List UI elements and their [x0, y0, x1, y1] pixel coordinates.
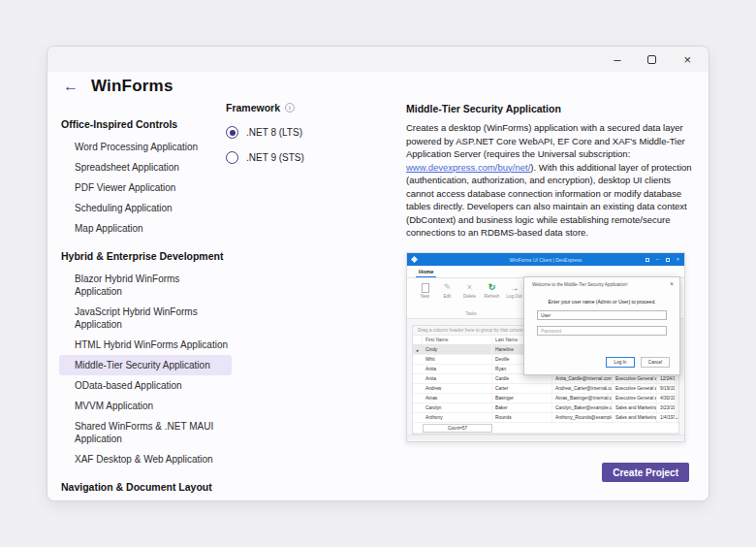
back-icon[interactable]: ←: [63, 79, 79, 94]
template-details: Middle-Tier Security Application Creates…: [406, 103, 695, 240]
password-field: Password: [537, 326, 667, 336]
grid-col-first-name: First Name: [423, 336, 492, 344]
page-title: WinForms: [91, 77, 173, 96]
preview-settings-icon: [646, 258, 649, 262]
sidebar-item-spreadsheet[interactable]: Spreadsheet Application: [59, 157, 232, 177]
page-header: ← WinForms: [63, 77, 173, 96]
grid-row-6: Carolyn Baker Carolyn_Baker@example.com …: [413, 403, 678, 413]
sidebar-group-hybrid: Hybrid & Enterprise Development: [59, 243, 232, 269]
framework-label: Framework: [226, 102, 280, 113]
grid-row-7: Anthony Rounds Anthony_Rounds@example...…: [413, 413, 678, 423]
sidebar-item-shared-maui[interactable]: Shared WinForms & .NET MAUI Application: [59, 416, 232, 449]
sidebar-item-pdf-viewer[interactable]: PDF Viewer Application: [59, 177, 232, 198]
description-part1: Creates a desktop (WinForms) application…: [406, 122, 685, 159]
sidebar-item-blazor-hybrid[interactable]: Blazor Hybrid WinForms Application: [59, 269, 232, 302]
sidebar-item-word-processing[interactable]: Word Processing Application: [59, 137, 232, 157]
login-dialog: Welcome to the Middle-Tier Security Appl…: [523, 276, 680, 375]
preview-app-title: WinForms UI Client | DevExpress: [407, 257, 684, 263]
sidebar-group-navigation: Navigation & Document Layout: [59, 474, 232, 499]
row-indicator-icon: ▸: [413, 347, 423, 353]
grid-count-label: Count=57: [423, 424, 492, 433]
description-part2: ). With this additional layer of protect…: [406, 162, 692, 239]
preview-maximize-icon: [666, 258, 670, 262]
grid-row-3: Anita Cardle Anita_Cardle@internal.com E…: [413, 374, 678, 384]
login-dialog-title: Welcome to the Middle-Tier Security Appl…: [524, 277, 679, 287]
radio-net9-control[interactable]: [226, 151, 238, 164]
framework-section: Framework i .NET 8 (LTS) .NET 9 (STS): [226, 102, 304, 164]
sidebar-item-html-hybrid[interactable]: HTML Hybrid WinForms Application: [59, 335, 232, 355]
login-button: Log In: [606, 357, 635, 368]
details-title: Middle-Tier Security Application: [406, 103, 695, 114]
ribbon-group-tasks-label: Tasks: [417, 311, 525, 316]
username-field: User: [537, 310, 667, 320]
info-icon[interactable]: i: [285, 103, 295, 113]
sidebar-item-xaf[interactable]: XAF Desktop & Web Application: [59, 449, 232, 469]
sidebar-item-javascript-hybrid[interactable]: JavaScript Hybrid WinForms Application: [59, 302, 232, 335]
window-titlebar: – ×: [47, 47, 709, 72]
radio-net9-label: .NET 9 (STS): [246, 152, 304, 163]
login-dialog-message: Enter your user name (Admin or User) to …: [524, 299, 679, 305]
radio-net9[interactable]: .NET 9 (STS): [226, 151, 304, 164]
delete-x-icon: ×: [467, 283, 472, 292]
template-sidebar: Office-Inspired Controls Word Processing…: [59, 107, 232, 499]
radio-net8-control[interactable]: [226, 126, 238, 139]
grid-row-4: Andrew Carter Andrew_Carter@internal.com…: [413, 384, 678, 394]
details-description: Creates a desktop (WinForms) application…: [406, 121, 695, 240]
sidebar-item-odata[interactable]: OData-based Application: [59, 375, 232, 396]
sidebar-item-middle-tier-security[interactable]: Middle-Tier Security Application: [59, 355, 232, 375]
dialog-close-icon: ×: [670, 280, 674, 287]
logout-arrow-icon: →: [510, 283, 520, 293]
template-preview-image: WinForms UI Client | DevExpress – × Home…: [406, 252, 685, 442]
sidebar-item-map[interactable]: Map Application: [59, 218, 232, 239]
radio-net8-label: .NET 8 (LTS): [246, 127, 302, 138]
template-dialog-window: – × ← WinForms Office-Inspired Controls …: [47, 46, 709, 501]
radio-net8[interactable]: .NET 8 (LTS): [226, 126, 304, 139]
preview-minimize-icon: –: [656, 257, 659, 263]
edit-pencil-icon: ✎: [444, 283, 452, 292]
preview-status-bar: [407, 434, 684, 439]
sidebar-item-mvvm[interactable]: MVVM Application: [59, 396, 232, 416]
minimize-icon[interactable]: –: [614, 53, 620, 66]
preview-close-icon: ×: [677, 257, 679, 263]
refresh-icon: ↻: [488, 283, 496, 292]
preview-titlebar: WinForms UI Client | DevExpress – ×: [407, 253, 684, 266]
maximize-icon[interactable]: [647, 55, 656, 64]
sidebar-group-office: Office-Inspired Controls: [59, 112, 232, 137]
create-project-button[interactable]: Create Project: [602, 463, 689, 482]
cancel-button: Cancel: [641, 357, 670, 368]
buy-link[interactable]: www.devexpress.com/buy/net/: [406, 162, 530, 173]
grid-summary-row: Count=57: [413, 423, 678, 434]
sidebar-item-scheduling[interactable]: Scheduling Application: [59, 198, 232, 218]
grid-row-5: Atnas Basinger Atnas_Basinger@internal.c…: [413, 394, 678, 403]
preview-tab-home: Home: [416, 269, 436, 277]
close-icon[interactable]: ×: [683, 53, 691, 66]
new-document-icon: [422, 283, 429, 293]
